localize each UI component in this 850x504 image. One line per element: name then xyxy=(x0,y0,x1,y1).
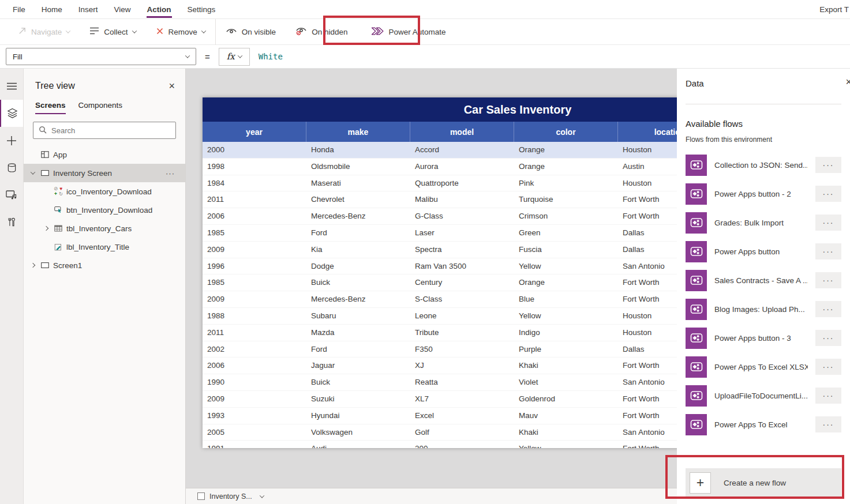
flow-item[interactable]: Power Apps button - 3 ··· xyxy=(686,324,841,352)
chevron-down-icon xyxy=(201,28,206,33)
hamburger-menu-icon[interactable] xyxy=(0,73,23,100)
table-row[interactable]: 2000HondaAccordOrangeHouston xyxy=(203,142,677,159)
advanced-tools-rail-icon[interactable] xyxy=(0,208,23,235)
table-row[interactable]: 1996DodgeRam Van 3500YellowSan Antonio xyxy=(203,258,677,275)
car-sales-data-table[interactable]: Car Sales Inventory yearmakemodelcolorlo… xyxy=(203,97,677,448)
table-cell: Khaki xyxy=(514,358,618,374)
chevron-down-icon xyxy=(66,28,70,33)
tree-item-btn-inventory-download[interactable]: btn_Inventory_Download xyxy=(24,201,185,219)
data-panel-close-icon[interactable]: × xyxy=(845,77,850,87)
flow-more-button[interactable]: ··· xyxy=(815,416,841,432)
table-cell: 2005 xyxy=(203,424,306,441)
table-cell: Accord xyxy=(410,142,514,158)
flow-item[interactable]: Power Apps To Excel XLSX ··· xyxy=(686,352,841,381)
flow-item[interactable]: Power Apps button - 2 ··· xyxy=(686,179,841,208)
tree-item-ico-inventory-download[interactable]: ⊘ ♥ + ↻ ico_Inventory_Download xyxy=(24,182,185,201)
table-cell: Houston xyxy=(618,142,677,158)
table-cell: Quattroporte xyxy=(410,175,514,191)
tree-view-close-icon[interactable]: × xyxy=(168,81,175,91)
tree-view-title: Tree view xyxy=(35,81,75,91)
menu-item-insert[interactable]: Insert xyxy=(78,0,98,18)
create-new-flow-button[interactable]: + Create a new flow xyxy=(686,468,841,497)
table-row[interactable]: 2009KiaSpectraFusciaDallas xyxy=(203,242,677,258)
table-column-header-make: make xyxy=(306,122,410,142)
flow-item[interactable]: Power Apps To Excel ··· xyxy=(686,410,841,439)
power-automate-button[interactable]: Power Automate xyxy=(361,19,455,44)
flow-more-button[interactable]: ··· xyxy=(815,330,841,346)
chevron-right-icon[interactable] xyxy=(31,263,35,268)
table-row[interactable]: 2006JaguarXJKhakiFort Worth xyxy=(203,358,677,374)
power-apps-flow-icon xyxy=(686,270,707,291)
menu-item-settings[interactable]: Settings xyxy=(188,0,216,18)
flow-more-button[interactable]: ··· xyxy=(815,157,841,173)
table-row[interactable]: 2005VolkswagenGolfKhakiSan Antonio xyxy=(203,424,677,441)
table-row[interactable]: 1988SubaruLeoneYellowHouston xyxy=(203,308,677,325)
label-control-icon xyxy=(54,242,62,252)
tree-item-tbl-inventory-cars[interactable]: tbl_Inventory_Cars xyxy=(24,219,185,238)
screen-tab-label[interactable]: Inventory S... xyxy=(209,492,252,501)
table-cell: Fort Worth xyxy=(618,358,677,374)
chevron-down-icon[interactable] xyxy=(259,493,264,498)
table-row[interactable]: 1991Audi200YellowFort Worth xyxy=(203,441,677,448)
collect-button[interactable]: Collect xyxy=(80,19,145,44)
more-options-icon[interactable]: ··· xyxy=(166,169,185,178)
table-cell: 2009 xyxy=(203,291,306,307)
tree-item-app[interactable]: App xyxy=(24,145,185,164)
flow-item[interactable]: Sales Contracts - Save A ... ··· xyxy=(686,266,841,295)
table-row[interactable]: 1985BuickCenturyOrangeFort Worth xyxy=(203,274,677,291)
tree-view-rail-icon[interactable] xyxy=(0,100,23,127)
menu-item-home[interactable]: Home xyxy=(42,0,62,18)
tree-item-screen1[interactable]: Screen1 xyxy=(24,256,185,274)
tree-item-label: btn_Inventory_Download xyxy=(66,206,152,215)
table-row[interactable]: 1993HyundaiExcelMauvFort Worth xyxy=(203,408,677,424)
formula-input[interactable]: White xyxy=(259,52,283,61)
data-sources-rail-icon[interactable] xyxy=(0,154,23,181)
search-input[interactable] xyxy=(51,126,170,135)
flow-more-button[interactable]: ··· xyxy=(815,243,841,259)
tree-item-inventory-screen[interactable]: Inventory Screen ··· xyxy=(24,164,185,182)
tab-components[interactable]: Components xyxy=(78,101,123,114)
flow-more-button[interactable]: ··· xyxy=(815,186,841,202)
export-to-label[interactable]: Export T xyxy=(819,0,849,18)
table-row[interactable]: 1998OldsmobileAuroraOrangeAustin xyxy=(203,159,677,175)
table-row[interactable]: 2011ChevroletMalibuTurquoiseFort Worth xyxy=(203,191,677,208)
menu-item-file[interactable]: File xyxy=(13,0,25,18)
table-row[interactable]: 1985FordLaserGreenDallas xyxy=(203,225,677,242)
flow-item[interactable]: Grades: Bulk Import ··· xyxy=(686,208,841,237)
flow-more-button[interactable]: ··· xyxy=(815,301,841,317)
flow-more-button[interactable]: ··· xyxy=(815,359,841,375)
canvas-bottom-bar: Inventory S... xyxy=(186,488,677,504)
table-row[interactable]: 2009Mercedes-BenzS-ClassBlueFort Worth xyxy=(203,291,677,308)
table-row[interactable]: 1990BuickReattaVioletSan Antonio xyxy=(203,374,677,391)
flow-item[interactable]: Collection to JSON: Send... ··· xyxy=(686,151,841,179)
chevron-right-icon[interactable] xyxy=(44,226,48,231)
property-dropdown[interactable]: Fill xyxy=(6,48,196,65)
table-row[interactable]: 2006Mercedes-BenzG-ClassCrimsonFort Wort… xyxy=(203,208,677,225)
tab-screens[interactable]: Screens xyxy=(35,101,66,114)
table-row[interactable]: 1984MaseratiQuattroportePinkHouston xyxy=(203,175,677,192)
table-row[interactable]: 2011MazdaTributeIndigoHouston xyxy=(203,325,677,341)
menu-item-view[interactable]: View xyxy=(114,0,131,18)
table-title: Car Sales Inventory xyxy=(203,97,677,122)
table-row[interactable]: 2009SuzukiXL7GoldenrodFort Worth xyxy=(203,391,677,408)
insert-plus-rail-icon[interactable] xyxy=(0,127,23,154)
menu-item-action[interactable]: Action xyxy=(147,0,171,18)
flow-item[interactable]: UploadFileToDocumentLi... ··· xyxy=(686,381,841,410)
table-cell: Spectra xyxy=(410,242,514,258)
on-hidden-button[interactable]: On hidden xyxy=(286,19,357,44)
tree-item-lbl-inventory-title[interactable]: lbl_Inventory_Title xyxy=(24,238,185,256)
flow-more-button[interactable]: ··· xyxy=(815,272,841,288)
flow-more-button[interactable]: ··· xyxy=(815,215,841,231)
flow-label: Power Apps button - 3 xyxy=(714,334,808,343)
on-visible-button[interactable]: On visible xyxy=(216,19,286,44)
fx-dropdown[interactable]: fx xyxy=(219,48,250,66)
flow-item[interactable]: Blog Images: Upload Ph... ··· xyxy=(686,295,841,324)
chevron-down-icon[interactable] xyxy=(31,170,35,174)
flow-item[interactable]: Power Apps button ··· xyxy=(686,237,841,266)
table-cell: Green xyxy=(514,225,618,241)
table-row[interactable]: 2002FordF350PurpleDallas xyxy=(203,341,677,358)
flow-more-button[interactable]: ··· xyxy=(815,388,841,404)
remove-button[interactable]: Remove xyxy=(146,19,215,44)
navigate-button[interactable]: Navigate xyxy=(8,19,80,44)
media-rail-icon[interactable] xyxy=(0,181,23,208)
